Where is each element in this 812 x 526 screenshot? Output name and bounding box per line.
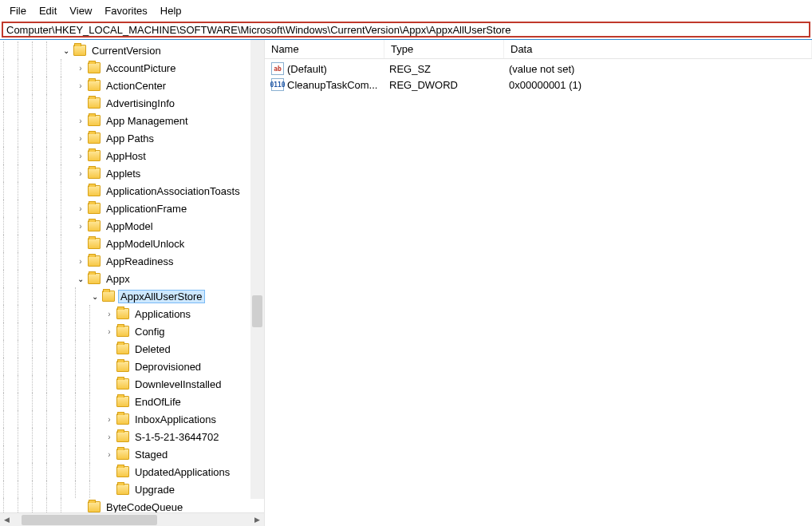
list-row[interactable]: 0110CleanupTaskCom...REG_DWORD0x00000001… (265, 77, 812, 93)
scroll-left-icon[interactable]: ◀ (0, 513, 14, 527)
value-data: (value not set) (509, 63, 812, 75)
tree-item[interactable]: AppModelUnlock (0, 235, 242, 252)
chevron-right-icon[interactable]: › (104, 433, 115, 441)
column-name[interactable]: Name (265, 40, 384, 58)
folder-icon (88, 150, 101, 161)
chevron-right-icon[interactable]: › (75, 257, 86, 266)
chevron-down-icon[interactable]: ⌄ (61, 46, 72, 55)
tree-item[interactable]: Deprovisioned (0, 358, 242, 375)
tree-item[interactable]: ApplicationAssociationToasts (0, 182, 242, 200)
chevron-right-icon[interactable]: › (75, 204, 86, 213)
chevron-right-icon[interactable]: › (75, 81, 86, 90)
value-type: REG_SZ (389, 63, 509, 75)
tree-item[interactable]: AdvertisingInfo (0, 94, 242, 112)
folder-icon (88, 203, 101, 214)
tree-item[interactable]: ›Applets (0, 164, 242, 182)
tree-item[interactable]: ›App Paths (0, 129, 242, 147)
tree-item[interactable]: ›ActionCenter (0, 77, 242, 94)
chevron-right-icon[interactable]: › (75, 169, 86, 178)
tree-item-label: ByteCodeQueue (104, 500, 185, 513)
tree-item-label: ApplicationAssociationToasts (104, 184, 242, 198)
value-name: CleanupTaskCom... (287, 79, 389, 91)
chevron-down-icon[interactable]: ⌄ (89, 292, 101, 301)
column-type[interactable]: Type (384, 40, 504, 58)
chevron-right-icon[interactable]: › (75, 152, 86, 160)
folder-icon (102, 291, 115, 302)
folder-icon (116, 378, 129, 390)
tree-item[interactable]: Upgrade (0, 481, 242, 498)
tree-item-label: AppxAllUserStore (118, 290, 205, 303)
tree-item-label: CurrentVersion (89, 44, 164, 57)
value-type: REG_DWORD (389, 79, 509, 91)
folder-icon (88, 273, 101, 284)
column-data[interactable]: Data (504, 40, 812, 58)
tree-item[interactable]: ⌄Appx (0, 270, 242, 287)
tree-item[interactable]: ›AppReadiness (0, 252, 242, 270)
tree-item[interactable]: UpdatedApplications (0, 463, 242, 481)
tree-item-label: Config (132, 325, 168, 338)
chevron-right-icon[interactable]: › (104, 310, 115, 318)
menu-file[interactable]: File (5, 3, 31, 18)
list-header: Name Type Data (265, 40, 812, 59)
tree-item[interactable]: ›ApplicationFrame (0, 200, 242, 217)
chevron-right-icon[interactable]: › (104, 327, 115, 336)
folder-icon (88, 62, 101, 73)
chevron-right-icon[interactable]: › (75, 222, 86, 231)
tree-item-label: App Management (104, 114, 191, 128)
list-row[interactable]: ab(Default)REG_SZ(value not set) (265, 61, 812, 77)
folder-icon (116, 396, 129, 407)
value-name: (Default) (287, 63, 389, 75)
tree-item[interactable]: ›AppModel (0, 217, 242, 235)
folder-icon (116, 484, 129, 495)
folder-icon (88, 80, 101, 91)
tree-item[interactable]: EndOfLife (0, 393, 242, 410)
tree-item-label: AppModelUnlock (104, 237, 187, 251)
tree-item[interactable]: DownlevelInstalled (0, 375, 242, 393)
chevron-down-icon[interactable]: ⌄ (75, 275, 86, 283)
menu-edit[interactable]: Edit (34, 3, 61, 18)
tree-item-label: Staged (132, 448, 170, 461)
folder-icon (88, 168, 101, 179)
tree-item-label: Applets (104, 167, 143, 180)
tree-item-label: ApplicationFrame (104, 202, 189, 216)
chevron-right-icon[interactable]: › (75, 117, 86, 125)
tree-item[interactable]: ›S-1-5-21-3644702 (0, 428, 242, 445)
menu-favorites[interactable]: Favorites (100, 3, 152, 18)
chevron-right-icon[interactable]: › (104, 450, 115, 459)
tree-item-label: Applications (132, 307, 193, 321)
menu-help[interactable]: Help (156, 3, 187, 18)
tree-item[interactable]: ⌄AppxAllUserStore (0, 287, 242, 305)
folder-icon (73, 45, 86, 56)
tree-item[interactable]: ⌄CurrentVersion (0, 42, 242, 59)
chevron-right-icon[interactable]: › (75, 64, 86, 73)
tree-item[interactable]: ›Applications (0, 305, 242, 322)
tree-horizontal-scrollbar[interactable]: ◀ ▶ (0, 512, 264, 526)
chevron-right-icon[interactable]: › (75, 134, 86, 143)
tree-vertical-scrollbar[interactable] (250, 40, 264, 499)
tree-item[interactable]: ›AccountPicture (0, 59, 242, 77)
tree-item-label: App Paths (104, 132, 156, 145)
tree-item[interactable]: ›Staged (0, 445, 242, 463)
folder-icon (88, 220, 101, 231)
tree-item[interactable]: ›App Management (0, 112, 242, 129)
scroll-right-icon[interactable]: ▶ (250, 513, 264, 527)
tree-item[interactable]: ByteCodeQueue (0, 498, 242, 512)
address-bar[interactable]: Computer\HKEY_LOCAL_MACHINE\SOFTWARE\Mic… (2, 22, 810, 38)
tree-item-label: EndOfLife (132, 395, 183, 409)
folder-icon (116, 308, 129, 319)
chevron-right-icon[interactable]: › (104, 415, 115, 424)
tree-item-label: AppReadiness (104, 255, 176, 268)
tree-item-label: Deprovisioned (132, 360, 203, 374)
tree-item[interactable]: ›InboxApplications (0, 410, 242, 428)
folder-icon (88, 185, 101, 196)
tree-item[interactable]: ›Config (0, 322, 242, 340)
value-data: 0x00000001 (1) (509, 79, 812, 91)
folder-icon (116, 449, 129, 460)
menu-view[interactable]: View (65, 3, 97, 18)
list-pane: Name Type Data ab(Default)REG_SZ(value n… (265, 40, 812, 526)
tree-item[interactable]: ›AppHost (0, 147, 242, 164)
string-value-icon: ab (271, 62, 284, 75)
folder-icon (116, 466, 129, 477)
tree-item-label: S-1-5-21-3644702 (132, 430, 222, 444)
tree-item[interactable]: Deleted (0, 340, 242, 358)
